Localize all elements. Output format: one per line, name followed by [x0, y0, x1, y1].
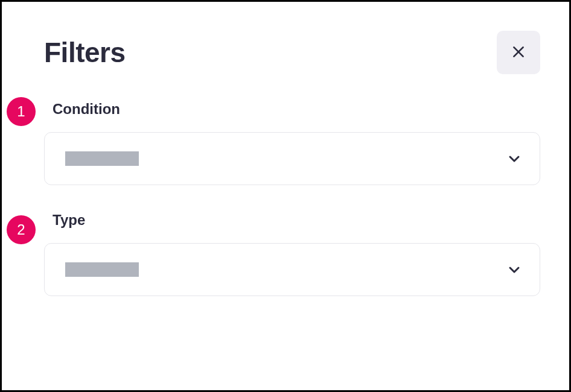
filters-header: Filters — [44, 31, 540, 74]
chevron-down-icon — [507, 262, 522, 277]
condition-select[interactable] — [44, 132, 540, 185]
filter-label-condition: Condition — [53, 101, 540, 118]
filter-label-type: Type — [53, 212, 540, 229]
filters-panel: Filters Condition Type — [2, 2, 569, 296]
placeholder-skeleton — [65, 262, 139, 277]
chevron-down-icon — [507, 151, 522, 166]
page-title: Filters — [44, 36, 126, 69]
type-select[interactable] — [44, 243, 540, 296]
filter-group-type: Type — [44, 212, 540, 296]
close-icon — [511, 44, 526, 62]
filter-group-condition: Condition — [44, 101, 540, 185]
annotation-badge-1: 1 — [7, 97, 36, 126]
annotation-badge-2: 2 — [7, 215, 36, 244]
placeholder-skeleton — [65, 151, 139, 166]
close-button[interactable] — [497, 31, 540, 74]
